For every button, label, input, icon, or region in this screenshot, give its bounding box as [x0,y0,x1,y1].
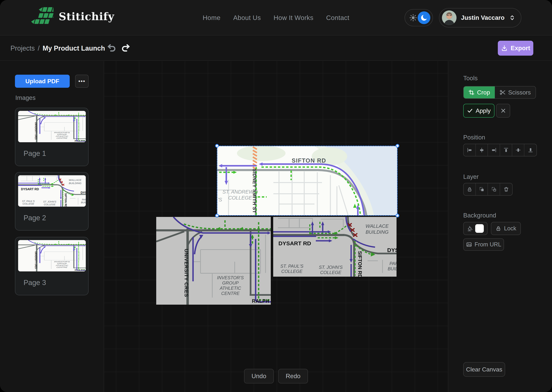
selection-handle-top-right[interactable] [396,144,399,148]
canvas-history-row: Undo Redo [104,369,448,383]
history-controls [106,36,132,61]
align-bottom-button[interactable] [524,144,537,156]
breadcrumb-separator: / [38,44,40,52]
images-heading: Images [15,94,36,101]
avatar [442,10,457,25]
page-2-label: Page 2 [23,214,46,222]
background-from-url-button[interactable]: From URL [463,238,504,251]
background-heading: Background [463,212,496,219]
tool-segmented-control: Crop Scissors [463,86,536,99]
crop-tool-button[interactable]: Crop [464,86,495,98]
header-right: Justin Vaccaro [405,0,521,35]
page-1-label: Page 1 [23,149,46,158]
send-backward-button[interactable] [488,183,500,195]
background-fill-button[interactable] [463,222,487,235]
align-top-button[interactable] [500,144,512,156]
align-right-button[interactable] [488,144,500,156]
background-lock-label: Lock [504,225,516,232]
background-color-swatch[interactable] [475,224,484,233]
main: Upload PDF ••• Images Page 1 Page 2 Pag [0,61,552,392]
layer-button-group [463,183,513,196]
cancel-crop-button[interactable] [496,104,510,118]
lock-icon [495,225,501,231]
upload-pdf-button[interactable]: Upload PDF [15,75,70,88]
apply-label: Apply [476,107,491,114]
nav-about[interactable]: About Us [233,14,261,21]
page-3-label: Page 3 [23,279,46,287]
page-2-preview [18,175,86,207]
clear-canvas-button[interactable]: Clear Canvas [463,362,505,377]
breadcrumb: Projects / My Product Launch [10,36,105,61]
position-button-group [463,144,537,156]
theme-toggle[interactable] [405,9,433,26]
main-nav: Home About Us How It Works Contact [203,0,349,35]
position-heading: Position [463,134,485,141]
scissors-icon [500,89,506,95]
apply-button[interactable]: Apply [463,104,495,118]
header: Stitichify Home About Us How It Works Co… [0,0,552,35]
background-lock-button[interactable]: Lock [491,222,521,235]
selection-handle-bottom-left[interactable] [215,214,219,217]
project-toolbar: Projects / My Product Launch [0,36,552,61]
background-row: Lock [463,222,521,235]
user-name: Justin Vaccaro [461,14,505,21]
export-button[interactable]: Export [498,41,533,56]
export-label: Export [511,45,530,52]
scissors-label: Scissors [508,89,531,96]
selection-handle-bottom-right[interactable] [396,214,399,217]
crop-icon [468,89,474,95]
selection-handle-top-left[interactable] [215,144,219,148]
breadcrumb-projects[interactable]: Projects [10,44,35,52]
close-icon [500,108,506,114]
paint-bucket-icon [467,225,473,231]
brand[interactable]: Stitichify [31,7,114,26]
breadcrumb-current: My Product Launch [43,44,105,52]
download-icon [501,45,508,51]
nav-home[interactable]: Home [203,14,221,21]
redo-button[interactable]: Redo [278,369,308,383]
redo-icon-button[interactable] [121,43,132,54]
canvas-image-sifton-selected[interactable] [217,146,398,216]
layer-heading: Layer [463,173,479,180]
canvas-image-dysart[interactable] [273,217,396,277]
from-url-label: From URL [475,241,501,248]
brand-logo-icon [31,7,53,26]
page-thumbnail-2[interactable]: Page 2 [15,172,89,231]
bring-forward-button[interactable] [476,183,488,195]
tools-panel: Tools Crop [448,61,552,392]
undo-icon-button[interactable] [106,43,116,54]
canvas-image-university[interactable] [156,217,271,305]
align-center-vertical-button[interactable] [512,144,524,156]
nav-contact[interactable]: Contact [326,14,349,21]
sidebar: Upload PDF ••• Images Page 1 Page 2 Pag [0,61,104,392]
undo-button[interactable]: Undo [244,369,274,383]
page-1-preview [18,111,86,142]
brand-name: Stitichify [59,10,114,23]
tools-heading: Tools [463,75,478,82]
delete-layer-button[interactable] [500,183,512,195]
scissors-tool-button[interactable]: Scissors [495,86,536,98]
canvas[interactable]: Undo Redo [104,61,448,392]
app-window: Stitichify Home About Us How It Works Co… [0,0,552,392]
crop-label: Crop [477,89,490,96]
align-center-horizontal-button[interactable] [476,144,488,156]
page-thumbnail-1[interactable]: Page 1 [15,108,89,166]
lock-layer-button[interactable] [464,183,476,195]
user-menu[interactable]: Justin Vaccaro [439,8,521,28]
more-options-button[interactable]: ••• [75,75,89,88]
image-icon [466,242,472,247]
align-left-button[interactable] [464,144,476,156]
sun-icon[interactable] [409,14,417,22]
moon-icon[interactable] [418,11,430,24]
chevron-up-down-icon [509,14,515,21]
check-icon [467,108,473,114]
nav-how-it-works[interactable]: How It Works [273,14,313,21]
page-thumbnail-3[interactable]: Page 3 [15,237,89,295]
page-3-preview [18,240,86,271]
